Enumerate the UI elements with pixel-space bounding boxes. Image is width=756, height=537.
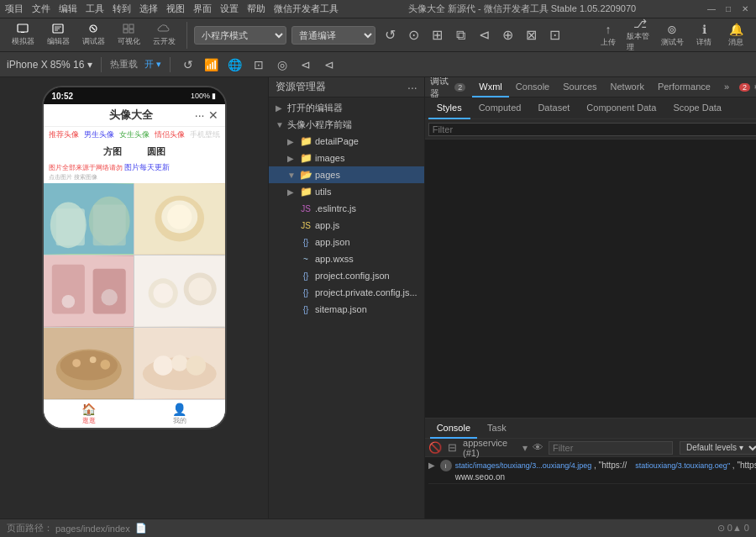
styles-filter-input[interactable] <box>428 123 756 136</box>
simulator-button[interactable]: 模拟器 <box>7 22 39 49</box>
minimize-button[interactable]: — <box>706 3 717 15</box>
menu-item-select[interactable]: 选择 <box>139 3 158 15</box>
devtools-tab-wxml[interactable]: Wxml <box>472 77 509 97</box>
style-tab-styles[interactable]: Styles <box>428 97 470 119</box>
inspect-icon[interactable]: ⊠ <box>522 26 540 45</box>
upload-button[interactable]: ↑ 上传 <box>595 23 622 48</box>
cat-wallpaper[interactable]: 手机壁纸 <box>190 129 220 140</box>
style-tab-component-data[interactable]: Component Data <box>578 97 664 119</box>
cat-recommend[interactable]: 推荐头像 <box>49 129 79 140</box>
menu-item-help[interactable]: 帮助 <box>247 3 265 15</box>
devtools-tab-sources[interactable]: Sources <box>556 77 603 97</box>
tree-appwxss[interactable]: ▶ ~ app.wxss <box>269 250 424 267</box>
editor-button[interactable]: 编辑器 <box>42 22 74 49</box>
cat-female[interactable]: 女生头像 <box>119 129 150 140</box>
console-tab-task[interactable]: Task <box>480 419 513 439</box>
notice-link[interactable]: 图片每天更新 <box>124 163 170 171</box>
style-tab-computed[interactable]: Computed <box>470 97 530 119</box>
record-icon[interactable]: ⊡ <box>545 26 564 45</box>
style-tab-scope-data[interactable]: Scope Data <box>665 97 730 119</box>
photo-cell-3[interactable] <box>44 255 134 327</box>
forward2-icon[interactable]: ⊲ <box>297 55 315 74</box>
stop-icon[interactable]: ⊙ <box>404 26 423 45</box>
details-button[interactable]: ℹ 详情 <box>690 23 717 48</box>
tree-utils[interactable]: ▶ 📁 utils <box>269 183 424 200</box>
shape-circle[interactable]: 圆图 <box>147 145 165 158</box>
device-selector[interactable]: iPhone X 85% 16 ▾ <box>7 59 92 71</box>
forward-icon[interactable]: ⊲ <box>475 26 493 45</box>
test-button[interactable]: ⊚ 测试号 <box>659 23 685 48</box>
tree-appjson[interactable]: ▶ {} app.json <box>269 234 424 250</box>
back-icon[interactable]: ⊕ <box>498 26 517 45</box>
cat-male[interactable]: 男生头像 <box>84 129 114 140</box>
no-toggle-1: ▶ <box>287 204 299 213</box>
tree-eslintrc[interactable]: ▶ JS .eslintrc.js <box>269 200 424 217</box>
resource-more-icon[interactable]: ··· <box>407 81 417 94</box>
tree-open-editors[interactable]: ▶ 打开的编辑器 <box>269 99 424 116</box>
message-button[interactable]: 🔔 消息 <box>722 23 749 48</box>
photo-cell-5[interactable] <box>44 328 134 399</box>
console-tab-console[interactable]: Console <box>430 419 477 439</box>
menu-item-file[interactable]: 文件 <box>32 3 50 15</box>
mode-selector[interactable]: 小程序模式 <box>194 26 286 45</box>
console-expand-icon[interactable]: ⊟ <box>445 440 459 456</box>
menu-item-view[interactable]: 视图 <box>166 3 185 15</box>
app-more-icon[interactable]: ··· <box>195 108 205 122</box>
screen-icon[interactable]: ⧉ <box>451 26 470 45</box>
tree-projectprivate[interactable]: ▶ {} project.private.config.js... <box>269 284 424 301</box>
console-level-select[interactable]: Default levels ▾ <box>680 441 756 455</box>
back2-icon[interactable]: ⊲ <box>320 55 339 74</box>
refresh-icon[interactable]: ↺ <box>381 26 399 45</box>
screenshot-icon[interactable]: ⊡ <box>249 55 268 74</box>
debugger-button[interactable]: 调试器 <box>77 22 109 49</box>
inspect2-icon[interactable]: ◎ <box>273 55 291 74</box>
menu-item-edit[interactable]: 编辑 <box>59 3 77 15</box>
locale-icon[interactable]: 🌐 <box>226 55 244 74</box>
cat-couple[interactable]: 情侣头像 <box>155 129 185 140</box>
status-right-info[interactable]: ⊙ 0▲ 0 <box>717 523 749 534</box>
visible-button[interactable]: 可视化 <box>113 22 144 49</box>
tree-appjs[interactable]: ▶ JS app.js <box>269 217 424 234</box>
console-filter-input[interactable] <box>549 441 673 455</box>
menu-item-wechat[interactable]: 微信开发者工具 <box>274 3 339 15</box>
barcode-icon[interactable]: ⊞ <box>428 26 446 45</box>
rotate-icon[interactable]: ↺ <box>179 55 197 74</box>
json-file-icon-4: {} <box>299 303 312 315</box>
menu-item-interface[interactable]: 界面 <box>193 3 212 15</box>
compile-selector[interactable]: 普通编译 <box>291 26 375 45</box>
tree-project-root[interactable]: ▼ 头像小程序前端 <box>269 116 424 133</box>
photo-cell-2[interactable] <box>134 183 225 255</box>
version-mgr-button[interactable]: ⎇ 版本管理 <box>627 17 654 53</box>
photo-cell-4[interactable] <box>134 255 225 327</box>
console-row-1: ▶ i static/images/touxiang/3...ouxiang/4… <box>428 459 756 484</box>
console-eye-icon[interactable]: 👁 <box>531 440 545 456</box>
tree-sitemap[interactable]: ▶ {} sitemap.json <box>269 301 424 318</box>
style-tab-dataset[interactable]: Dataset <box>529 97 578 119</box>
tree-detailPage[interactable]: ▶ 📁 detailPage <box>269 133 424 150</box>
close-button[interactable]: ✕ <box>739 3 751 15</box>
devtools-tab-network[interactable]: Network <box>604 77 651 97</box>
cloud-button[interactable]: 云开发 <box>148 22 180 49</box>
devtools-more-tab[interactable]: » <box>717 77 736 97</box>
console-source-dropdown[interactable]: ▾ <box>522 442 528 454</box>
tree-images[interactable]: ▶ 📁 images <box>269 150 424 166</box>
network-icon[interactable]: 📶 <box>202 55 221 74</box>
menu-item-goto[interactable]: 转到 <box>113 3 131 15</box>
app-close-icon[interactable]: ✕ <box>208 108 218 122</box>
tree-pages[interactable]: ▼ 📂 pages <box>269 166 424 183</box>
nav-profile[interactable]: 👤 我的 <box>134 400 225 428</box>
menu-item-settings[interactable]: 设置 <box>220 3 239 15</box>
menu-item-tools[interactable]: 工具 <box>86 3 104 15</box>
json-file-icon-3: {} <box>299 287 312 298</box>
menu-item-project[interactable]: 项目 <box>5 3 24 15</box>
photo-cell-6[interactable] <box>134 328 225 399</box>
nav-explore[interactable]: 🏠 逛逛 <box>44 400 134 428</box>
shape-square[interactable]: 方图 <box>103 145 122 158</box>
devtools-tab-performance[interactable]: Performance <box>651 77 717 97</box>
photo-cell-1[interactable] <box>44 183 134 255</box>
console-clear-icon[interactable]: 🚫 <box>428 440 443 456</box>
tree-projectconfig[interactable]: ▶ {} project.config.json <box>269 267 424 284</box>
open-label[interactable]: 开 ▾ <box>144 58 161 71</box>
devtools-tab-console[interactable]: Console <box>509 77 556 97</box>
maximize-button[interactable]: □ <box>722 3 734 15</box>
